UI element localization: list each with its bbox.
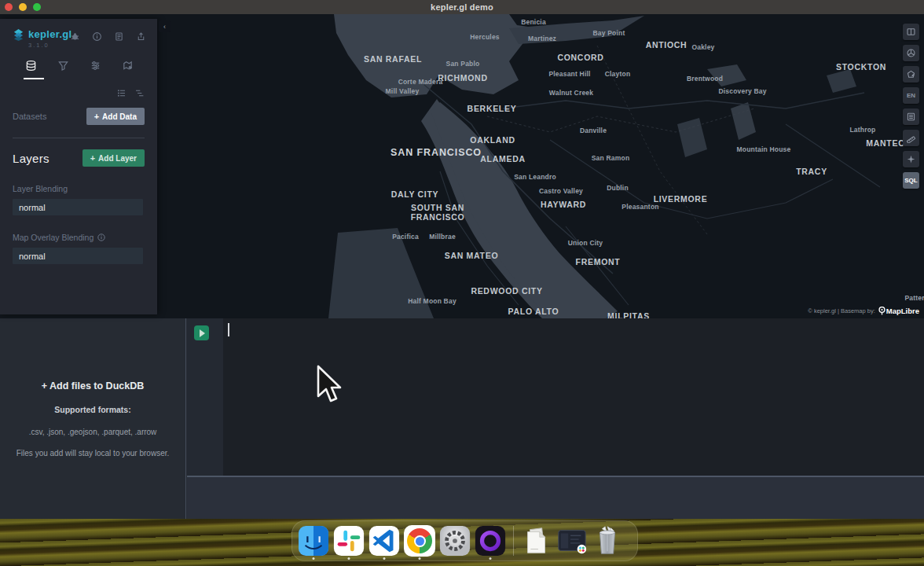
map-label: Dublin bbox=[607, 185, 629, 193]
sql-button[interactable]: SQL bbox=[903, 172, 919, 189]
info-circle-icon bbox=[97, 233, 105, 241]
layer-blending-select[interactable]: normal bbox=[13, 199, 143, 215]
map-label: Union City bbox=[568, 240, 603, 248]
map-label: Patterson bbox=[904, 295, 924, 303]
map-label: Clayton bbox=[605, 71, 631, 79]
layer-blending-label: Layer Blending bbox=[13, 184, 145, 193]
add-data-button[interactable]: + Add Data bbox=[86, 108, 145, 125]
dock-item-finder[interactable] bbox=[296, 523, 331, 559]
play-icon bbox=[200, 329, 205, 337]
layer-blending-value: normal bbox=[19, 203, 46, 212]
draw-polygon-button[interactable] bbox=[903, 66, 919, 83]
add-data-label: Add Data bbox=[102, 112, 137, 121]
locale-button[interactable]: EN bbox=[903, 87, 919, 104]
map-label: LIVERMORE bbox=[654, 194, 708, 204]
map-label: SAN MATEO bbox=[445, 251, 499, 260]
maplibre-label: MapLibre bbox=[886, 307, 919, 315]
sort-order-icon[interactable] bbox=[134, 87, 145, 101]
map-label: San Leandro bbox=[514, 174, 556, 182]
map-label: BERKELEY bbox=[468, 104, 517, 113]
map-label: SAN RAFAEL bbox=[364, 54, 422, 64]
tab-filters[interactable] bbox=[57, 60, 79, 79]
supported-formats-label: Supported formats: bbox=[54, 405, 130, 414]
map-label: REDWOOD CITY bbox=[471, 286, 542, 296]
map-overlay-blending-select[interactable]: normal bbox=[13, 248, 143, 264]
tab-layers[interactable] bbox=[25, 60, 47, 79]
text-caret bbox=[228, 323, 229, 336]
share-icon[interactable] bbox=[136, 31, 146, 45]
plus-icon: + bbox=[90, 153, 95, 163]
editor-gutter bbox=[187, 318, 223, 476]
map-label: Corte Madera bbox=[398, 79, 443, 86]
add-layer-button[interactable]: + Add Layer bbox=[82, 149, 145, 167]
map-label: DALY CITY bbox=[391, 189, 439, 199]
dock-item-slack[interactable] bbox=[332, 523, 366, 559]
map-attribution: © kepler.gl | Basemap by: MapLibre bbox=[808, 307, 919, 315]
dataset-toolbar bbox=[13, 86, 145, 106]
dock-item-purple-app[interactable] bbox=[473, 523, 508, 559]
maplibre-logo[interactable]: MapLibre bbox=[878, 307, 919, 315]
run-query-button[interactable] bbox=[194, 325, 209, 340]
map-label: Castro Valley bbox=[539, 188, 583, 196]
dock-item-chrome[interactable] bbox=[402, 523, 437, 559]
collapse-sidebar-button[interactable]: ‹ bbox=[159, 20, 170, 32]
attribution-text: © kepler.gl | Basemap by: bbox=[808, 307, 874, 314]
map-label: Danville bbox=[580, 127, 607, 135]
kepler-logo-icon bbox=[13, 29, 24, 41]
tab-interactions[interactable] bbox=[90, 60, 112, 79]
map-label: Pacifica bbox=[392, 233, 419, 241]
tab-basemap[interactable] bbox=[122, 60, 144, 79]
info-icon[interactable] bbox=[92, 31, 102, 45]
dock-item-documents[interactable] bbox=[519, 523, 554, 559]
add-layer-label: Add Layer bbox=[98, 154, 137, 163]
map-label: SAN FRANCISCO bbox=[390, 147, 482, 158]
map-label: Oakley bbox=[691, 44, 714, 52]
map-overlay-blending-label: Map Overlay Blending bbox=[13, 233, 145, 242]
docs-icon[interactable] bbox=[114, 31, 124, 45]
header-icons bbox=[70, 31, 146, 45]
running-indicator bbox=[348, 557, 350, 560]
dock-item-settings[interactable] bbox=[438, 523, 472, 559]
divider bbox=[13, 138, 145, 138]
add-files-to-duckdb-label: + Add files to DuckDB bbox=[42, 380, 144, 391]
bug-icon[interactable] bbox=[70, 31, 80, 45]
globe-button[interactable] bbox=[903, 45, 919, 61]
map-label: Walnut Creek bbox=[549, 90, 593, 97]
side-panel: kepler.gl 3.1.0 Datasets + Add Data Laye… bbox=[0, 19, 157, 314]
dock-item-window-thumbnail[interactable] bbox=[555, 523, 589, 559]
map-label: San Pablo bbox=[446, 61, 480, 68]
legend-button[interactable] bbox=[903, 108, 919, 125]
traffic-lights bbox=[5, 3, 41, 11]
sql-editor[interactable] bbox=[187, 318, 924, 476]
map-label: HAYWARD bbox=[541, 200, 586, 209]
map-label: ALAMEDA bbox=[480, 154, 525, 164]
effects-button[interactable] bbox=[903, 151, 919, 167]
zoom-window-button[interactable] bbox=[33, 3, 41, 11]
dock-item-vscode[interactable] bbox=[367, 523, 402, 559]
dock-item-trash[interactable] bbox=[590, 523, 625, 559]
map-label: SOUTH SAN FRANCISCO bbox=[411, 203, 465, 222]
layers-heading: Layers bbox=[13, 152, 50, 165]
map-label: San Ramon bbox=[592, 155, 630, 163]
query-results-area bbox=[187, 477, 924, 519]
list-view-icon[interactable] bbox=[116, 87, 126, 101]
chevron-left-icon: ‹ bbox=[163, 23, 166, 31]
app-name: kepler.gl bbox=[28, 28, 72, 40]
side-panel-tabs bbox=[13, 49, 149, 79]
split-map-button[interactable] bbox=[903, 24, 919, 40]
duckdb-file-drop-zone[interactable]: + Add files to DuckDB Supported formats:… bbox=[0, 318, 186, 519]
map-label: Bay Point bbox=[592, 30, 625, 38]
formats-list: .csv, .json, .geojson, .parquet, .arrow bbox=[29, 428, 157, 436]
running-indicator bbox=[490, 557, 492, 560]
map-label: RICHMOND bbox=[438, 73, 487, 83]
ruler-button[interactable] bbox=[903, 130, 919, 146]
datasets-label: Datasets bbox=[13, 112, 46, 121]
close-window-button[interactable] bbox=[5, 3, 13, 11]
dock-divider bbox=[513, 526, 514, 556]
map-label: Pleasant Hill bbox=[548, 71, 590, 79]
kepler-app-window: BeniciaHerculesMartinezBay PointANTIOCHO… bbox=[0, 14, 924, 519]
map-overlay-blending-value: normal bbox=[19, 252, 46, 261]
map-label: Brentwood bbox=[687, 75, 723, 83]
map-label: TRACY bbox=[796, 167, 827, 176]
minimize-window-button[interactable] bbox=[19, 3, 27, 11]
